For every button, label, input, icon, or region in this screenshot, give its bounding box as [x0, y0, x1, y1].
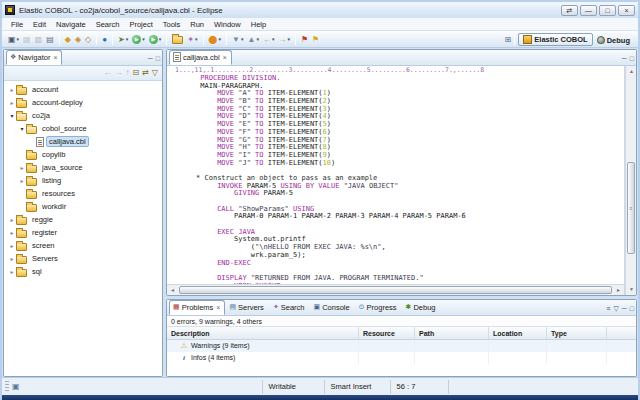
scroll-down-icon[interactable]: ▼ [626, 284, 637, 295]
menu-edit[interactable]: Edit [28, 19, 51, 30]
expand-arrow-icon[interactable]: ▸ [8, 99, 16, 106]
menu-search[interactable]: Search [91, 19, 125, 30]
dropdown-arrow-icon[interactable]: ▾ [17, 36, 20, 42]
filter-icon[interactable]: ≡ [606, 305, 610, 312]
tree-item-listing[interactable]: ▸listing [4, 174, 162, 187]
column-header-resource[interactable]: Resource [359, 327, 415, 339]
expand-arrow-icon[interactable]: ▸ [8, 255, 16, 262]
dropdown-arrow-icon[interactable]: ▾ [126, 36, 129, 42]
restore-view-icon[interactable]: ▣ [12, 382, 20, 391]
vertical-scrollbar[interactable]: ▲ ▼ [625, 66, 636, 295]
minimize-view-icon[interactable]: ─ [622, 305, 627, 312]
dropdown-arrow-icon[interactable]: ▾ [142, 36, 145, 42]
tree-item-register[interactable]: ▸register [4, 226, 162, 239]
marker-red-button[interactable]: ⚑ [300, 33, 309, 46]
tree-item-reggie[interactable]: ▸reggie [4, 213, 162, 226]
window-minimize-button[interactable]: — [580, 5, 597, 16]
tab-navigator[interactable]: ❖ Navigator × [6, 50, 62, 65]
scrollbar-thumb[interactable] [627, 162, 635, 254]
column-header-type[interactable]: Type [547, 327, 607, 339]
window-close-button[interactable]: × [618, 5, 635, 16]
expand-arrow-icon[interactable]: ▸ [8, 268, 16, 275]
expand-arrow-icon[interactable]: ▸ [8, 229, 16, 236]
minimize-view-icon[interactable]: ─ [622, 55, 627, 62]
dropdown-arrow-icon[interactable]: ▾ [241, 36, 244, 42]
cobol-build-button[interactable]: ◆ [64, 33, 72, 46]
table-row[interactable]: iInfos (4 items) [167, 352, 636, 364]
tab-debug[interactable]: ✱Debug [402, 300, 441, 315]
print-button[interactable]: ▤ [45, 33, 55, 46]
menu-file[interactable]: File [6, 19, 28, 30]
expand-arrow-icon[interactable]: ▸ [8, 242, 16, 249]
dropdown-arrow-icon[interactable]: ▾ [159, 36, 162, 42]
close-icon[interactable]: × [223, 54, 227, 61]
collapse-arrow-icon[interactable]: ▾ [18, 125, 26, 132]
tree-item-servers[interactable]: ▸Servers [4, 252, 162, 265]
next-annotation-button[interactable]: ▼▾ [231, 33, 244, 46]
collapse-arrow-icon[interactable]: ▾ [8, 112, 16, 119]
fast-view-grip[interactable] [5, 381, 9, 393]
new-wizard-button[interactable]: ▣▾ [7, 33, 20, 46]
column-header-location[interactable]: Location [489, 327, 547, 339]
run-last-launched-button[interactable]: ▶▾ [148, 33, 163, 46]
dropdown-arrow-icon[interactable]: ▾ [272, 36, 275, 42]
expand-arrow-icon[interactable]: ▸ [18, 177, 26, 184]
close-icon[interactable]: × [216, 304, 220, 311]
tree-item-workdir[interactable]: workdir [4, 200, 162, 213]
maximize-view-icon[interactable]: □ [630, 305, 634, 312]
external-tools-button[interactable]: ➤▾ [117, 33, 129, 46]
view-menu-icon[interactable]: ▽ [613, 305, 618, 312]
expand-arrow-icon[interactable]: ▸ [18, 164, 26, 171]
menu-help[interactable]: Help [246, 19, 271, 30]
marker-yellow-button[interactable]: ⚑ [311, 33, 320, 46]
tab-problems[interactable]: ▦Problems× [169, 300, 225, 315]
tab-editor-calljava[interactable]: calljava.cbl × [169, 50, 232, 65]
scroll-up-icon[interactable]: ▲ [626, 66, 637, 77]
table-row[interactable]: ⚠Warnings (9 items) [167, 340, 636, 352]
tag-search-button[interactable]: ✦▾ [186, 33, 198, 46]
code-editor[interactable]: PROCEDURE DIVISION. MAIN-PARAGRAPH. MOVE… [167, 75, 624, 284]
tree-item-copylib[interactable]: copylib [4, 148, 162, 161]
cobol-clean-button[interactable]: ◇ [84, 33, 92, 46]
menu-tools[interactable]: Tools [158, 19, 186, 30]
menu-navigate[interactable]: Navigate [51, 19, 91, 30]
minimize-view-icon[interactable]: ─ [148, 55, 153, 62]
horizontal-scrollbar[interactable]: ◄ ► [167, 284, 624, 295]
tree-item-sql[interactable]: ▸sql [4, 265, 162, 278]
web-browser-button[interactable]: ● [101, 33, 108, 46]
tree-item-calljava-cbl[interactable]: calljava.cbl [4, 135, 162, 148]
tree-item-co2ja[interactable]: ▾co2ja [4, 109, 162, 122]
tab-search[interactable]: ✦Search [269, 300, 310, 315]
back-history-button[interactable]: ←▾ [262, 33, 276, 46]
maximize-view-icon[interactable]: □ [156, 55, 160, 62]
collapse-all-tool[interactable]: ⊟ [132, 68, 139, 78]
expand-arrow-icon[interactable]: ▸ [8, 86, 16, 93]
cobol-build-all-button[interactable]: ◈ [74, 33, 82, 46]
perspective-ec[interactable]: Elastic COBOL [518, 33, 592, 46]
close-icon[interactable]: × [53, 54, 57, 61]
run-button[interactable]: ▶▾ [131, 33, 146, 46]
menu-run[interactable]: Run [185, 19, 209, 30]
dropdown-arrow-icon[interactable]: ▾ [287, 36, 290, 42]
tree-item-screen[interactable]: ▸screen [4, 239, 162, 252]
previous-annotation-button[interactable]: ▲▾ [246, 33, 259, 46]
open-perspective-icon[interactable]: ⊞ [505, 35, 512, 44]
scrollbar-thumb[interactable] [179, 286, 612, 294]
tab-progress[interactable]: ⊙Progress [355, 300, 402, 315]
tree-item-account[interactable]: ▸account [4, 83, 162, 96]
menu-window[interactable]: Window [209, 19, 246, 30]
tree-item-resources[interactable]: resources [4, 187, 162, 200]
column-header-description[interactable]: Description [167, 327, 359, 339]
open-resource-button[interactable] [171, 33, 184, 46]
forward-history-button[interactable]: →▾ [277, 33, 291, 46]
maximize-view-icon[interactable]: □ [630, 55, 634, 62]
tab-servers[interactable]: ▤Servers [225, 300, 268, 315]
dropdown-arrow-icon[interactable]: ▾ [219, 36, 222, 42]
window-maximize-button[interactable]: □ [599, 5, 616, 16]
expand-arrow-icon[interactable]: ▸ [8, 216, 16, 223]
link-with-editor-tool[interactable]: ⇄ [142, 68, 149, 78]
tree-item-account-deploy[interactable]: ▸account-deploy [4, 96, 162, 109]
window-restore-button[interactable]: ⇄ [561, 5, 578, 16]
scroll-right-icon[interactable]: ► [613, 285, 624, 296]
data-source-explorer-button[interactable]: ⬤▾ [208, 33, 222, 46]
